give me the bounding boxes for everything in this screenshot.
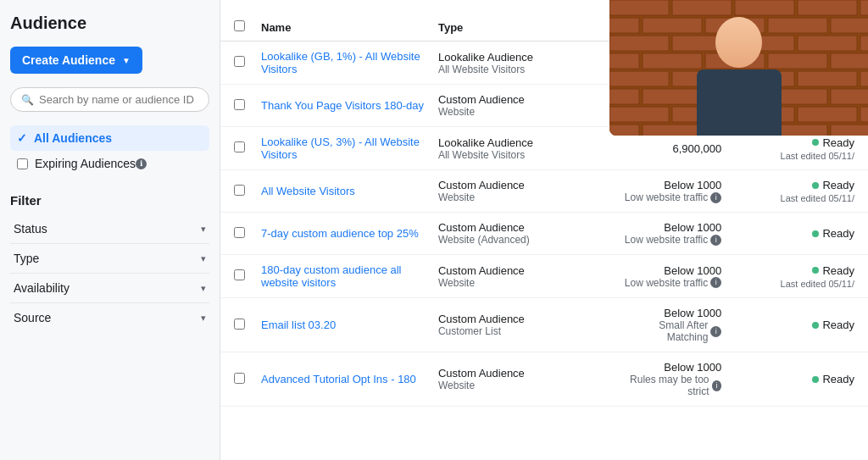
green-dot-4 xyxy=(812,230,819,237)
status-dot-label-5: Ready xyxy=(812,264,854,277)
row-size-num-6: Below 1000 xyxy=(615,307,721,319)
svg-rect-11 xyxy=(609,36,669,51)
status-ready-2: Ready Last edited 05/11/ xyxy=(721,136,854,161)
row-status-2: Ready Last edited 05/11/ xyxy=(721,136,854,161)
row-size-note-4: Low website traffic i xyxy=(615,234,721,246)
row-select-1[interactable] xyxy=(234,99,245,110)
source-chevron-icon: ▾ xyxy=(201,313,206,324)
row-type-sub-2: All Website Visitors xyxy=(438,149,615,161)
status-text-2: Ready xyxy=(822,136,854,149)
search-box: 🔍 xyxy=(10,87,209,112)
row-name-link-5[interactable]: 180-day custom audience all website visi… xyxy=(261,263,402,289)
row-name-link-3[interactable]: All Website Visitors xyxy=(261,185,355,197)
row-size-6: Below 1000 Small After Matching i xyxy=(615,307,721,343)
expiring-info-icon: ℹ xyxy=(136,158,147,169)
row-size-5: Below 1000 Low website traffic i xyxy=(615,264,721,289)
create-audience-button[interactable]: Create Audience ▼ xyxy=(10,47,142,74)
info-icon: i xyxy=(710,326,721,337)
row-select-3[interactable] xyxy=(234,185,245,196)
status-text-7: Ready xyxy=(822,373,854,385)
row-size-2: 6,900,000 xyxy=(615,142,721,155)
row-status-5: Ready Last edited 05/11/ xyxy=(721,264,854,289)
green-dot-5 xyxy=(812,267,819,274)
table-row: 180-day custom audience all website visi… xyxy=(220,255,868,298)
last-edited-2: Last edited 05/11/ xyxy=(781,151,854,161)
row-name-link-0[interactable]: Lookalike (GB, 1%) - All Website Visitor… xyxy=(261,50,420,75)
svg-rect-5 xyxy=(860,0,868,15)
row-checkbox-2 xyxy=(234,141,261,155)
row-select-7[interactable] xyxy=(234,373,245,384)
row-select-6[interactable] xyxy=(234,319,245,330)
page-title: Audience xyxy=(10,14,209,33)
row-type-6: Custom Audience Customer List xyxy=(438,313,615,337)
chevron-down-icon: ▼ xyxy=(122,56,131,65)
row-size-note-3: Low website traffic i xyxy=(615,191,721,203)
filter-availability[interactable]: Availability ▾ xyxy=(10,274,209,303)
row-type-1: Custom Audience Website xyxy=(438,93,615,118)
table-row: All Website Visitors Custom Audience Web… xyxy=(220,170,868,213)
filter-all-audiences-label: All Audiences xyxy=(34,131,112,145)
row-type-sub-4: Website (Advanced) xyxy=(438,234,615,246)
status-text-6: Ready xyxy=(822,319,854,331)
status-text-4: Ready xyxy=(822,227,854,240)
svg-rect-26 xyxy=(609,89,639,104)
row-name-link-4[interactable]: 7-day custom audience top 25% xyxy=(261,227,419,240)
filter-type[interactable]: Type ▾ xyxy=(10,244,209,274)
audience-filter-list: ✓ All Audiences Expiring Audiences ℹ xyxy=(10,125,209,176)
filter-status[interactable]: Status ▾ xyxy=(10,214,209,244)
info-icon: i xyxy=(710,235,721,246)
filter-all-audiences[interactable]: ✓ All Audiences xyxy=(10,125,209,151)
row-name-link-2[interactable]: Lookalike (US, 3%) - All Website Visitor… xyxy=(261,136,420,161)
svg-rect-21 xyxy=(609,71,669,86)
status-ready-6: Ready xyxy=(721,319,854,331)
row-select-2[interactable] xyxy=(234,141,245,152)
row-type-7: Custom Audience Website xyxy=(438,367,615,391)
row-type-sub-5: Website xyxy=(438,277,615,289)
filter-type-label: Type xyxy=(14,252,39,265)
row-name-link-1[interactable]: Thank You Page Visitors 180-day xyxy=(261,99,424,112)
row-size-note-7: Rules may be too strict i xyxy=(615,374,721,397)
row-type-main-3: Custom Audience xyxy=(438,179,615,191)
availability-chevron-icon: ▾ xyxy=(201,283,206,294)
row-status-6: Ready xyxy=(721,319,854,331)
row-status-4: Ready xyxy=(721,227,854,240)
row-size-7: Below 1000 Rules may be too strict i xyxy=(615,361,721,397)
row-select-5[interactable] xyxy=(234,269,245,280)
row-size-note-6: Small After Matching i xyxy=(615,319,721,343)
svg-rect-34 xyxy=(798,107,857,122)
row-type-3: Custom Audience Website xyxy=(438,179,615,203)
row-type-main-5: Custom Audience xyxy=(438,264,615,277)
status-dot-label-3: Ready xyxy=(812,179,854,191)
info-icon: i xyxy=(710,192,721,203)
row-type-main-4: Custom Audience xyxy=(438,221,615,234)
expiring-checkbox[interactable] xyxy=(17,158,28,169)
svg-rect-14 xyxy=(798,36,857,51)
status-text-5: Ready xyxy=(822,264,854,277)
row-name-4: 7-day custom audience top 25% xyxy=(261,227,438,240)
select-all-checkbox[interactable] xyxy=(234,20,245,31)
row-status-7: Ready xyxy=(721,373,854,385)
row-type-main-6: Custom Audience xyxy=(438,313,615,325)
row-select-0[interactable] xyxy=(234,56,245,67)
table-row: Email list 03.20 Custom Audience Custome… xyxy=(220,298,868,352)
row-type-0: Lookalike Audience All Website Visitors xyxy=(438,51,615,75)
filter-source[interactable]: Source ▾ xyxy=(10,303,209,332)
row-name-link-7[interactable]: Advanced Tutorial Opt Ins - 180 xyxy=(261,373,416,385)
row-name-link-6[interactable]: Email list 03.20 xyxy=(261,319,336,331)
row-size-num-2: 6,900,000 xyxy=(615,142,721,155)
svg-rect-25 xyxy=(860,71,868,86)
row-select-4[interactable] xyxy=(234,227,245,238)
row-status-3: Ready Last edited 05/11/ xyxy=(721,179,854,203)
svg-rect-6 xyxy=(609,18,639,33)
status-ready-3: Ready Last edited 05/11/ xyxy=(721,179,854,203)
search-input[interactable] xyxy=(39,93,198,106)
filter-expiring-label: Expiring Audiences xyxy=(35,157,136,170)
info-icon: i xyxy=(712,380,722,391)
status-dot-label-6: Ready xyxy=(812,319,854,331)
svg-rect-15 xyxy=(860,36,868,51)
row-name-5: 180-day custom audience all website visi… xyxy=(261,263,438,289)
filter-expiring-audiences[interactable]: Expiring Audiences ℹ xyxy=(10,151,209,176)
row-type-main-1: Custom Audience xyxy=(438,93,615,106)
row-type-sub-7: Website xyxy=(438,380,615,391)
svg-rect-2 xyxy=(672,0,732,15)
